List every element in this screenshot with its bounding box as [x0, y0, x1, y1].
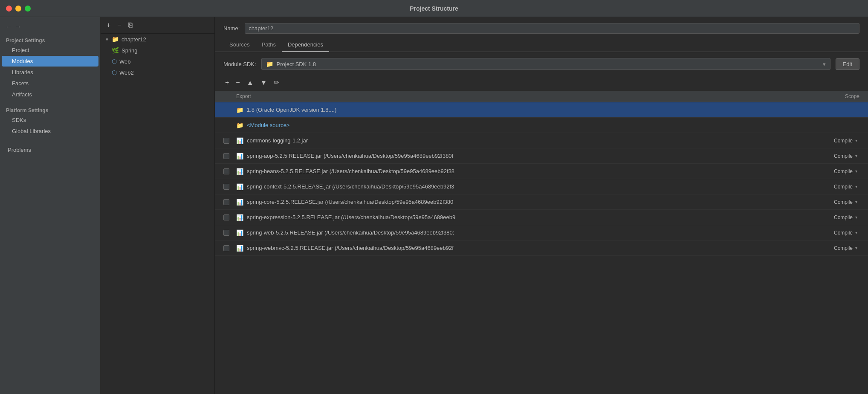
copy-module-button[interactable]: ⎘ — [127, 20, 134, 30]
dep-row-spring-expression[interactable]: 📊 spring-expression-5.2.5.RELEASE.jar (/… — [215, 210, 868, 225]
window-title: Project Structure — [410, 5, 458, 12]
dep-checkbox-spring-expression[interactable] — [223, 214, 229, 220]
dep-row-spring-beans[interactable]: 📊 spring-beans-5.2.5.RELEASE.jar (/Users… — [215, 164, 868, 179]
dep-scope-spring-expression: Compile — [810, 214, 853, 220]
dep-row-spring-core[interactable]: 📊 spring-core-5.2.5.RELEASE.jar (/Users/… — [215, 194, 868, 210]
dep-checkbox-spring-beans[interactable] — [223, 168, 229, 174]
dep-scope-arrow-spring-context[interactable]: ▾ — [853, 184, 859, 189]
dep-checkbox-spring-core[interactable] — [223, 199, 229, 205]
dep-checkbox-spring-context[interactable] — [223, 184, 229, 190]
name-col-header: Export — [236, 93, 808, 99]
deps-table: 📁 1.8 (Oracle OpenJDK version 1.8....) 📁… — [215, 102, 868, 394]
tab-dependencies[interactable]: Dependencies — [282, 38, 329, 52]
dep-row-spring-web[interactable]: 📊 spring-web-5.2.5.RELEASE.jar (/Users/c… — [215, 225, 868, 240]
dep-scope-arrow-spring-webmvc[interactable]: ▾ — [853, 246, 859, 250]
web2-icon: ⬡ — [112, 69, 117, 76]
add-module-button[interactable]: + — [105, 20, 112, 30]
dep-jar-icon-spring-webmvc: 📊 — [236, 245, 243, 252]
move-dep-down-button[interactable]: ▼ — [259, 78, 269, 87]
tree-item-web2[interactable]: ⬡ Web2 — [101, 67, 214, 78]
dep-folder-icon: 📁 — [236, 107, 243, 113]
move-dep-up-button[interactable]: ▲ — [245, 78, 255, 87]
dep-scope-arrow-spring-aop[interactable]: ▾ — [853, 154, 859, 158]
add-dep-button[interactable]: + — [223, 78, 231, 87]
edit-sdk-button[interactable]: Edit — [836, 58, 859, 70]
dep-scope-spring-beans: Compile — [810, 168, 853, 174]
sdk-folder-icon: 📁 — [266, 61, 273, 67]
title-bar: Project Structure — [0, 0, 868, 17]
dep-name-commons-logging: commons-logging-1.2.jar — [247, 137, 810, 144]
dep-jar-icon-spring-web: 📊 — [236, 229, 243, 236]
dep-row-module-source[interactable]: 📁 <Module source> — [215, 118, 868, 133]
sidebar-item-modules[interactable]: Modules — [2, 56, 98, 67]
sidebar-item-project[interactable]: Project — [2, 45, 98, 55]
dep-row-spring-context[interactable]: 📊 spring-context-5.2.5.RELEASE.jar (/Use… — [215, 179, 868, 194]
tree-item-chapter12[interactable]: ▼ 📁 chapter12 — [101, 34, 214, 45]
dep-scope-arrow-spring-beans[interactable]: ▾ — [853, 169, 859, 174]
dep-jar-icon-spring-core: 📊 — [236, 199, 243, 206]
sidebar-item-libraries[interactable]: Libraries — [2, 67, 98, 78]
sidebar-item-sdks[interactable]: SDKs — [2, 115, 98, 125]
deps-toolbar: + − ▲ ▼ ✏ — [215, 76, 868, 91]
dep-scope-arrow-spring-expression[interactable]: ▾ — [853, 215, 859, 220]
dep-scope-arrow-spring-core[interactable]: ▾ — [853, 200, 859, 204]
back-arrow-icon[interactable]: ← — [5, 23, 12, 31]
scope-col-header: Scope — [808, 93, 859, 99]
window-controls — [6, 6, 31, 12]
dep-jar-icon-spring-expression: 📊 — [236, 214, 243, 221]
sdk-select[interactable]: 📁 Project SDK 1.8 ▾ — [261, 58, 830, 70]
dep-name-spring-context: spring-context-5.2.5.RELEASE.jar (/Users… — [247, 183, 810, 190]
maximize-button[interactable] — [25, 6, 31, 12]
dep-checkbox-spring-aop[interactable] — [223, 153, 229, 159]
dep-name-spring-beans: spring-beans-5.2.5.RELEASE.jar (/Users/c… — [247, 168, 810, 174]
dep-scope-spring-webmvc: Compile — [810, 245, 853, 251]
module-tree-panel: + − ⎘ ▼ 📁 chapter12 🌿 Spring ⬡ Web ⬡ Web… — [101, 17, 215, 394]
dep-scope-arrow-commons-logging[interactable]: ▾ — [853, 138, 859, 143]
dep-jar-icon-spring-beans: 📊 — [236, 168, 243, 175]
dep-row-jdk18[interactable]: 📁 1.8 (Oracle OpenJDK version 1.8....) — [215, 102, 868, 118]
platform-settings-label: Platform Settings — [0, 105, 100, 114]
dep-name-jdk18: 1.8 (Oracle OpenJDK version 1.8....) — [247, 107, 810, 113]
forward-arrow-icon[interactable]: → — [14, 23, 21, 31]
dep-jar-icon-spring-context: 📊 — [236, 183, 243, 190]
dep-checkbox-spring-web[interactable] — [223, 230, 229, 236]
dep-scope-spring-context: Compile — [810, 184, 853, 190]
dep-row-spring-webmvc[interactable]: 📊 spring-webmvc-5.2.5.RELEASE.jar (/User… — [215, 240, 868, 256]
dep-checkbox-commons-logging[interactable] — [223, 138, 229, 144]
name-input[interactable] — [245, 23, 859, 34]
sidebar-item-global-libraries[interactable]: Global Libraries — [2, 126, 98, 136]
dep-checkbox-spring-webmvc[interactable] — [223, 245, 229, 251]
dep-name-spring-aop: spring-aop-5.2.5.RELEASE.jar (/Users/che… — [247, 153, 810, 159]
sdk-value: Project SDK 1.8 — [277, 61, 316, 67]
minimize-button[interactable] — [15, 6, 21, 12]
dep-name-spring-web: spring-web-5.2.5.RELEASE.jar (/Users/che… — [247, 229, 810, 236]
dep-scope-spring-aop: Compile — [810, 153, 853, 159]
dep-scope-arrow-spring-web[interactable]: ▾ — [853, 230, 859, 235]
spring-icon: 🌿 — [112, 47, 119, 54]
dep-row-commons-logging[interactable]: 📊 commons-logging-1.2.jar Compile ▾ — [215, 133, 868, 148]
tree-item-spring[interactable]: 🌿 Spring — [101, 45, 214, 56]
sidebar-item-facets[interactable]: Facets — [2, 78, 98, 89]
dep-name-spring-expression: spring-expression-5.2.5.RELEASE.jar (/Us… — [247, 214, 810, 220]
dep-jar-icon-commons-logging: 📊 — [236, 137, 243, 144]
close-button[interactable] — [6, 6, 12, 12]
sidebar-navigation: ← → — [0, 20, 100, 35]
tabs-bar: Sources Paths Dependencies — [215, 34, 868, 52]
tab-paths[interactable]: Paths — [256, 38, 282, 52]
sdk-dropdown-arrow-icon: ▾ — [823, 61, 826, 67]
module-tree-toolbar: + − ⎘ — [101, 17, 214, 34]
remove-module-button[interactable]: − — [116, 20, 123, 30]
dep-row-spring-aop[interactable]: 📊 spring-aop-5.2.5.RELEASE.jar (/Users/c… — [215, 148, 868, 164]
name-row: Name: — [215, 17, 868, 34]
sidebar-item-artifacts[interactable]: Artifacts — [2, 89, 98, 100]
tree-expand-arrow-icon: ▼ — [105, 37, 109, 42]
remove-dep-button[interactable]: − — [234, 78, 241, 87]
sidebar-item-problems[interactable]: Problems — [2, 143, 98, 156]
tree-item-web[interactable]: ⬡ Web — [101, 56, 214, 67]
edit-dep-button[interactable]: ✏ — [272, 78, 281, 87]
tab-sources[interactable]: Sources — [223, 38, 256, 52]
web-icon: ⬡ — [112, 58, 117, 65]
dep-jar-icon-spring-aop: 📊 — [236, 153, 243, 159]
dep-name-module-source: <Module source> — [247, 122, 810, 128]
dep-module-source-icon: 📁 — [236, 122, 243, 129]
